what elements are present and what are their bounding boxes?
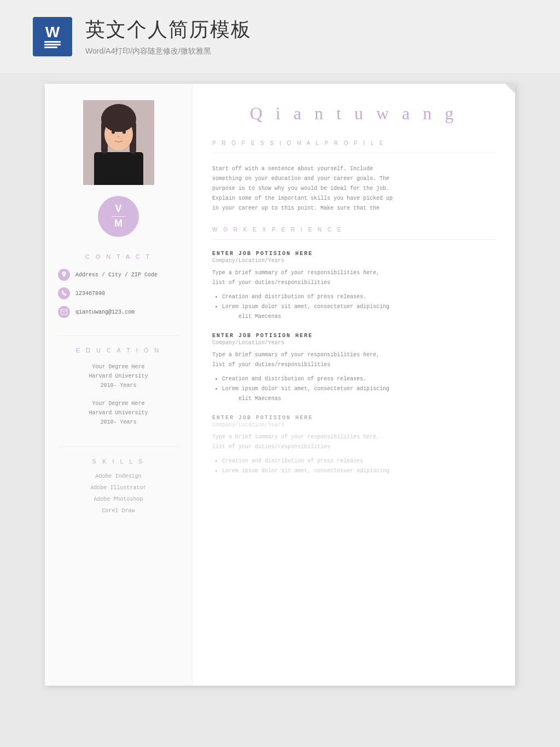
top-header: W 英文个人简历模板 Word/A4打印/内容随意修改/微软雅黑 <box>0 0 560 73</box>
divider-2 <box>58 447 179 447</box>
avatar-divider <box>112 216 125 217</box>
skill-3: Adobe Photoshop <box>58 496 179 502</box>
job3-desc: Type a brief summary of your responsibil… <box>212 432 495 452</box>
job2-bullet-2: Lorem ipsum dolor sit amet, consectetuer… <box>222 384 495 404</box>
job3-bullets: Creation and distribution of press relea… <box>212 456 495 476</box>
edu2-years: 2010- Years <box>58 418 179 427</box>
job1-title: ENTER JOB POTISION HERE <box>212 251 495 257</box>
resume-wrapper: V M C O N T A C T Address / City / ZIP C… <box>0 73 560 708</box>
contact-address-item: Address / City / ZIP Code <box>58 269 179 281</box>
job2-company: Company/Location/Years <box>212 340 495 346</box>
phone-text: 123467890 <box>75 291 105 297</box>
skill-2: Adobe Illustrator <box>58 485 179 491</box>
edu-item-1: Your Degree Here Harvard University 2010… <box>58 362 179 390</box>
edu1-years: 2010- Years <box>58 381 179 390</box>
job2-title: ENTER JOB POTISION HERE <box>212 333 495 339</box>
edu1-degree: Your Degree Here <box>58 362 179 372</box>
contact-email-item: qiantuwang@123.com <box>58 306 179 318</box>
job1-desc: Type a brief summary of your responsibil… <box>212 268 495 288</box>
work-divider <box>212 239 495 240</box>
email-text: qiantuwang@123.com <box>75 309 135 315</box>
svg-point-10 <box>118 136 120 138</box>
job3-bullet-1: Creation and distribution of press relea… <box>222 456 495 466</box>
job1-bullet-1: Creation and distribution of press relea… <box>222 292 495 302</box>
job1-company: Company/Location/Years <box>212 258 495 264</box>
work-entry-3: ENTER JOB POTISION HERE Company/Location… <box>212 415 495 476</box>
skills-heading: S K I L L S <box>92 458 145 465</box>
edu-item-2: Your Degree Here Harvard University 2010… <box>58 399 179 427</box>
word-w-letter: W <box>45 25 60 40</box>
header-text: 英文个人简历模板 Word/A4打印/内容随意修改/微软雅黑 <box>85 16 252 56</box>
word-line-3 <box>44 47 57 48</box>
job1-bullet-2: Lorem ipsum dolor sit amet, consectetuer… <box>222 302 495 322</box>
sidebar: V M C O N T A C T Address / City / ZIP C… <box>45 84 192 686</box>
main-title: 英文个人简历模板 <box>85 16 252 43</box>
resume-name: Q i a n t u w a n g <box>212 103 495 124</box>
word-icon: W <box>33 17 72 56</box>
svg-point-11 <box>103 110 134 132</box>
address-text: Address / City / ZIP Code <box>75 272 158 278</box>
avatar-circle: V M <box>98 196 139 237</box>
work-entry-2: ENTER JOB POTISION HERE Company/Location… <box>212 333 495 404</box>
contact-phone-item: 123467890 <box>58 287 179 299</box>
edu1-school: Harvard University <box>58 372 179 381</box>
skill-4: Corel Draw <box>58 508 179 514</box>
divider-1 <box>58 335 179 336</box>
page-fold <box>505 84 515 94</box>
word-line-2 <box>44 44 61 45</box>
the-word: the <box>370 205 380 211</box>
job3-company: Company/Location/Years <box>212 422 495 428</box>
job1-bullets: Creation and distribution of press relea… <box>212 292 495 322</box>
resume-document: V M C O N T A C T Address / City / ZIP C… <box>45 84 515 686</box>
contact-heading: C O N T A C T <box>85 253 152 260</box>
edu2-degree: Your Degree Here <box>58 399 179 408</box>
job2-bullets: Creation and distribution of press relea… <box>212 374 495 404</box>
work-entry-1: ENTER JOB POTISION HERE Company/Location… <box>212 251 495 322</box>
profile-divider <box>212 153 495 153</box>
work-heading: W O R K E X P E R I E N C E <box>212 227 495 233</box>
main-content: Q i a n t u w a n g P R O F E S S I O N … <box>192 84 515 686</box>
profile-text: Start off with a sentence about yourself… <box>212 164 495 213</box>
job2-desc: Type a brief summary of your responsibil… <box>212 350 495 370</box>
phone-icon <box>58 287 70 299</box>
profile-heading: P R O F E S S I O N A L P R O F I L E <box>212 140 495 146</box>
education-heading: E D U C A T I O N <box>76 347 161 354</box>
email-icon <box>58 306 70 318</box>
location-icon <box>58 269 70 281</box>
sub-title: Word/A4打印/内容随意修改/微软雅黑 <box>85 47 252 56</box>
avatar-initials: V M <box>112 203 125 229</box>
job3-title: ENTER JOB POTISION HERE <box>212 415 495 421</box>
job3-bullet-2: Lorem ipsum dolor sit amet, consectetuer… <box>222 466 495 476</box>
svg-rect-3 <box>94 152 143 185</box>
initial-top: V <box>115 203 121 215</box>
skill-1: Adobe Indesign <box>58 473 179 479</box>
initial-bottom: M <box>114 218 122 230</box>
word-line-1 <box>44 41 61 43</box>
edu2-school: Harvard University <box>58 408 179 418</box>
job2-bullet-1: Creation and distribution of press relea… <box>222 374 495 384</box>
profile-photo <box>83 100 154 185</box>
